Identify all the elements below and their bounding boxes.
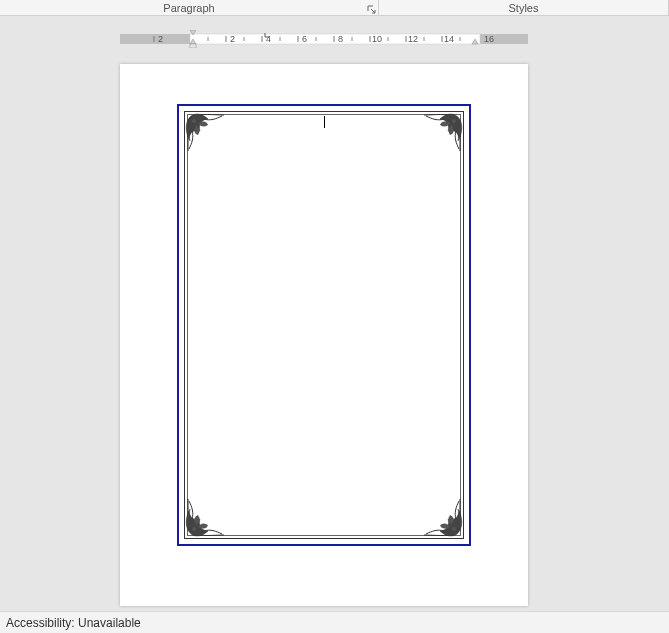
left-indent-box: [190, 44, 196, 48]
ornament-corner-icon: [420, 495, 464, 539]
svg-rect-0: [120, 34, 190, 44]
accessibility-label: Accessibility:: [6, 616, 75, 630]
svg-text:4: 4: [266, 34, 271, 44]
status-bar: Accessibility: Unavailable: [0, 611, 669, 633]
page-border-shape[interactable]: [177, 104, 471, 546]
svg-text:10: 10: [372, 34, 382, 44]
ribbon-group-styles: Styles: [379, 0, 669, 15]
ribbon-group-paragraph: Paragraph: [0, 0, 379, 15]
ribbon-group-row: Paragraph Styles: [0, 0, 669, 16]
ribbon-group-paragraph-label: Paragraph: [163, 2, 214, 14]
document-edit-area[interactable]: 2 2 4 6 8 10 12 14 16: [0, 16, 669, 611]
svg-text:6: 6: [302, 34, 307, 44]
svg-point-31: [452, 527, 456, 531]
svg-point-30: [192, 527, 196, 531]
horizontal-ruler[interactable]: 2 2 4 6 8 10 12 14 16: [120, 30, 528, 48]
ribbon-group-styles-label: Styles: [509, 2, 539, 14]
ornate-frame: [184, 111, 464, 539]
text-cursor: [324, 116, 325, 128]
svg-text:12: 12: [408, 34, 418, 44]
ornament-corner-icon: [420, 111, 464, 155]
svg-text:2: 2: [230, 34, 235, 44]
svg-text:2: 2: [158, 34, 163, 44]
svg-point-28: [192, 119, 196, 123]
ornament-corner-icon: [184, 111, 228, 155]
ornament-corner-icon: [184, 495, 228, 539]
accessibility-status[interactable]: Accessibility: Unavailable: [6, 616, 141, 630]
paragraph-dialog-launcher[interactable]: [366, 4, 376, 14]
document-page[interactable]: [120, 64, 528, 606]
svg-text:8: 8: [338, 34, 343, 44]
svg-point-29: [452, 119, 456, 123]
svg-text:16: 16: [484, 34, 494, 44]
svg-text:14: 14: [444, 34, 454, 44]
accessibility-value: Unavailable: [78, 616, 141, 630]
